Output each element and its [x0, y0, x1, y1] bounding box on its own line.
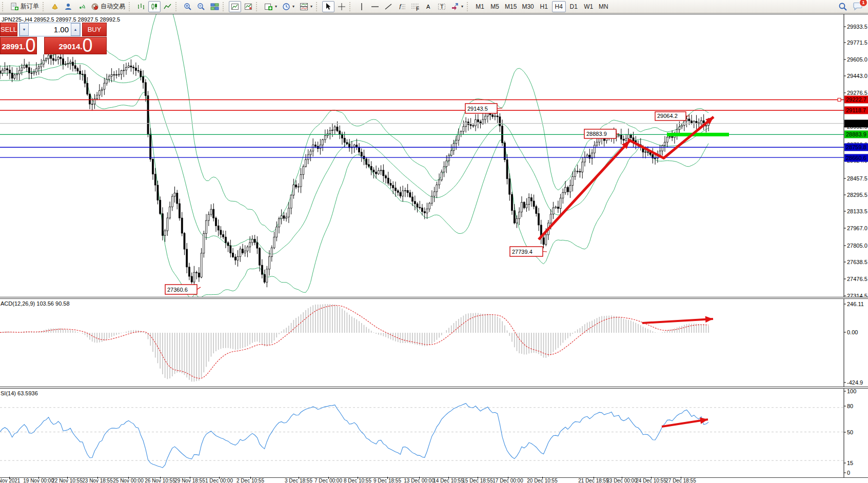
search-button[interactable] — [836, 1, 850, 12]
gold-button[interactable] — [49, 1, 61, 12]
timeframe-W1[interactable]: W1 — [582, 1, 596, 12]
price-annotation[interactable]: 28883.9 — [584, 129, 619, 138]
auto-trading-button[interactable]: 自动交易 — [89, 1, 127, 12]
volume-down-button[interactable]: ▼ — [19, 23, 29, 36]
time-label: 27 Dec 18:55 — [665, 478, 696, 483]
arrange-chart2-button[interactable] — [242, 1, 254, 12]
crosshair-button[interactable] — [336, 1, 348, 12]
svg-text:27739.4: 27739.4 — [512, 249, 532, 255]
symbol-info: JPN225-,H4 28952.5 28997.5 28927.5 28992… — [2, 16, 120, 23]
zoom-out-button[interactable] — [195, 1, 207, 12]
rsi-canvas[interactable]: 1008050150 — [0, 388, 868, 478]
timeframe-H4[interactable]: H4 — [552, 1, 566, 12]
price-annotation[interactable]: 27739.4 — [510, 247, 547, 256]
add-indicator-dropdown[interactable]: ▾ — [262, 1, 279, 12]
cursor-button[interactable] — [322, 1, 334, 12]
horizontal-line-button[interactable] — [369, 1, 381, 12]
price-tick-label: 29605.0 — [847, 56, 867, 63]
time-label: 14 Dec 10:55 — [433, 478, 464, 483]
price-tick-label: 27805.0 — [847, 243, 867, 249]
candle-chart-button[interactable] — [148, 1, 161, 12]
line-chart-button[interactable] — [162, 1, 174, 12]
indicator-window-icon — [300, 3, 308, 11]
timeframe-MN[interactable]: MN — [597, 1, 610, 12]
rsi-tick-label: 80 — [847, 403, 853, 409]
shapes-dropdown[interactable]: ▾ — [449, 1, 465, 12]
new-order-label: 新订单 — [21, 2, 39, 11]
timeframe-M1[interactable]: M1 — [473, 1, 487, 12]
period-dropdown[interactable]: ▾ — [280, 1, 297, 12]
buy-price-button[interactable]: 29014.0 — [44, 37, 107, 54]
channel-button[interactable]: F — [409, 1, 421, 12]
macd-canvas[interactable]: 246.110.00-424.9 — [0, 298, 868, 387]
time-label: Nov 2021 — [0, 478, 20, 483]
green-support-zone[interactable] — [667, 133, 729, 136]
crosshair-icon — [338, 3, 346, 11]
arrange-chart-button[interactable] — [229, 1, 241, 12]
price-annotation[interactable]: 27360.6 — [165, 285, 201, 294]
rsi-tick-label: 15 — [847, 460, 853, 466]
chevron-down-icon: ▾ — [310, 4, 312, 9]
new-order-icon — [10, 3, 19, 11]
timeframe-M5[interactable]: M5 — [488, 1, 502, 12]
time-axis[interactable]: Nov 202119 Nov 00:0022 Nov 10:5523 Nov 1… — [0, 478, 868, 483]
volume-input[interactable] — [29, 23, 71, 36]
trendline-button[interactable] — [382, 1, 394, 12]
indicators-dropdown[interactable]: ▾ — [298, 1, 314, 12]
label-button[interactable]: T — [436, 1, 448, 12]
time-label: 9 Dec 18:55 — [373, 478, 401, 483]
profile-button[interactable] — [62, 1, 74, 12]
price-annotation[interactable]: 29064.2 — [655, 112, 689, 120]
time-label: 13 Dec 00:00 — [404, 478, 435, 483]
macd-label: ACD(12,26,9) 103.56 90.58 — [1, 300, 70, 307]
autotrade-icon — [91, 3, 99, 11]
line-chart-icon — [164, 3, 172, 11]
arrange-chart2-icon — [244, 3, 252, 11]
timeframe-M15[interactable]: M15 — [503, 1, 519, 12]
buy-button[interactable]: BUY — [82, 23, 107, 36]
sell-button[interactable]: SELL — [0, 23, 17, 36]
price-chart-canvas[interactable]: 29143.529064.228883.927739.427360.629933… — [0, 14, 868, 297]
rsi-tick-label: 100 — [847, 388, 856, 394]
svg-text:27360.6: 27360.6 — [167, 287, 188, 293]
new-order-button[interactable]: 新订单 — [8, 1, 41, 12]
time-label: 15 Dec 18:55 — [462, 478, 493, 483]
time-label: 19 Nov 00:00 — [23, 478, 54, 483]
svg-text:28883.9: 28883.9 — [586, 131, 607, 137]
macd-tick-label: -424.9 — [847, 379, 863, 386]
toolbar-grip — [349, 2, 353, 11]
tile-windows-button[interactable] — [208, 1, 221, 12]
zoom-in-button[interactable] — [182, 1, 194, 12]
volume-up-button[interactable]: ▲ — [71, 23, 80, 36]
price-badge-label: 28883.9 — [846, 131, 866, 137]
toolbar-grip — [256, 2, 260, 11]
vertical-line-button[interactable] — [356, 1, 368, 12]
notification-badge[interactable]: 1 — [859, 0, 867, 7]
price-tick-label: 29771.5 — [847, 39, 867, 46]
price-tick-label: 29276.5 — [847, 90, 867, 96]
time-label: 20 Dec 10:55 — [527, 478, 558, 483]
bar-chart-button[interactable] — [135, 1, 147, 12]
price-annotation[interactable]: 29143.5 — [465, 104, 502, 113]
timeframe-H1[interactable]: H1 — [537, 1, 551, 12]
arrange-chart-icon — [231, 3, 239, 11]
price-badge-label: 28992.5 — [846, 120, 866, 127]
signal-button[interactable] — [75, 1, 88, 12]
time-label: 17 Dec 00:00 — [492, 478, 523, 483]
toolbar-right: 1 — [836, 1, 865, 12]
timeframe-M30[interactable]: M30 — [520, 1, 536, 12]
chevron-down-icon: ▾ — [275, 4, 277, 9]
buy-price-big-digit: 0 — [82, 38, 92, 53]
buy-price-main: 29014 — [59, 40, 81, 53]
fibonacci-button[interactable]: ƒ — [396, 1, 408, 12]
toolbar-grip — [223, 2, 226, 11]
gold-icon — [51, 3, 59, 11]
macd-tick-label: 0.00 — [847, 329, 858, 335]
text-button[interactable]: A — [422, 1, 435, 12]
zoom-out-icon — [197, 3, 205, 11]
time-label: 7 Dec 00:00 — [314, 478, 342, 483]
timeframe-D1[interactable]: D1 — [567, 1, 581, 12]
svg-text:T: T — [440, 4, 444, 10]
sell-price-button[interactable]: 28991.0 — [0, 37, 37, 54]
line-handle[interactable] — [838, 98, 841, 101]
